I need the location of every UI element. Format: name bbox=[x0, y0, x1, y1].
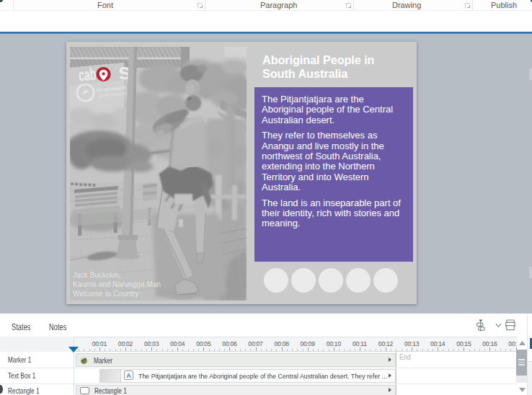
svg-text:cab: cab bbox=[77, 65, 96, 85]
svg-text:Jack Buckskin,: Jack Buckskin, bbox=[73, 271, 121, 279]
svg-text:Kaurna and Narungga Man: Kaurna and Narungga Man bbox=[73, 280, 161, 288]
svg-text:Welcome to Country: Welcome to Country bbox=[73, 290, 138, 298]
